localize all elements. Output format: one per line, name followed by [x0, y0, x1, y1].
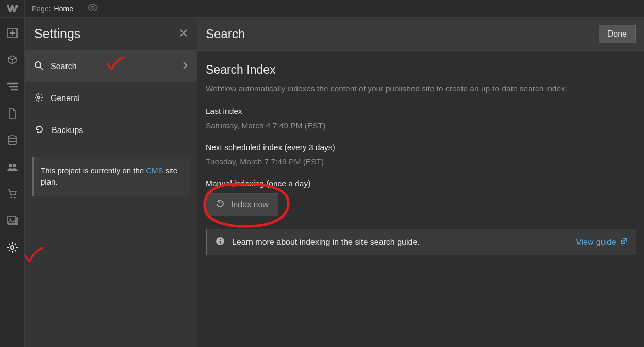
- svg-rect-8: [8, 217, 16, 224]
- webflow-logo[interactable]: [0, 0, 25, 18]
- preview-icon[interactable]: [80, 4, 105, 13]
- search-icon: [34, 61, 43, 72]
- manual-index-label: Manual indexing (once a day): [206, 179, 636, 188]
- ecommerce-icon[interactable]: [6, 188, 19, 200]
- pages-icon[interactable]: [6, 107, 19, 120]
- nav-label: Backups: [52, 126, 83, 135]
- svg-point-11: [35, 62, 41, 68]
- index-now-label: Index now: [231, 200, 269, 209]
- settings-title: Settings: [34, 26, 80, 41]
- symbols-icon[interactable]: [6, 54, 19, 66]
- plan-link[interactable]: CMS: [146, 166, 163, 175]
- next-index-label: Next scheduled index (every 3 days): [206, 143, 636, 152]
- main-title: Search: [206, 27, 245, 41]
- refresh-icon: [216, 199, 225, 210]
- backup-icon: [34, 125, 44, 136]
- svg-point-0: [91, 6, 94, 9]
- external-link-icon: [620, 238, 628, 247]
- guide-text: Learn more about indexing in the site se…: [232, 238, 420, 247]
- svg-point-12: [38, 96, 40, 98]
- index-now-button[interactable]: Index now: [206, 193, 278, 216]
- svg-point-5: [10, 196, 12, 198]
- last-index-value: Saturday, March 4 7:49 PM (EST): [206, 121, 636, 130]
- page-label: Page:: [32, 5, 51, 13]
- page-selector[interactable]: Page: Home: [25, 5, 80, 13]
- close-icon[interactable]: [179, 28, 188, 40]
- info-icon: [216, 237, 225, 248]
- section-description: Webflow automatically indexes the conten…: [206, 84, 636, 93]
- section-title: Search Index: [206, 63, 636, 77]
- svg-point-10: [11, 246, 14, 249]
- nav-label: Search: [51, 62, 77, 71]
- plan-info-box: This project is currently on the CMS sit…: [32, 157, 190, 196]
- done-button[interactable]: Done: [599, 25, 636, 43]
- svg-point-2: [8, 136, 16, 139]
- nav-label: General: [51, 94, 80, 103]
- chevron-right-icon: [183, 62, 188, 71]
- svg-point-3: [8, 164, 11, 167]
- gear-icon: [34, 93, 43, 104]
- users-icon[interactable]: [6, 161, 19, 173]
- svg-point-6: [14, 196, 15, 198]
- svg-point-4: [12, 164, 15, 167]
- svg-rect-14: [220, 241, 221, 244]
- add-icon[interactable]: [6, 27, 19, 39]
- last-index-label: Last index: [206, 107, 636, 116]
- cms-icon[interactable]: [6, 134, 19, 146]
- assets-icon[interactable]: [6, 214, 19, 227]
- settings-icon[interactable]: [6, 241, 19, 254]
- settings-nav-search[interactable]: Search: [25, 51, 197, 82]
- view-guide-link[interactable]: View guide: [576, 238, 628, 247]
- next-index-value: Tuesday, March 7 7:49 PM (EST): [206, 157, 636, 167]
- page-name: Home: [54, 5, 73, 13]
- svg-rect-15: [220, 239, 221, 240]
- settings-nav-general[interactable]: General: [25, 82, 197, 114]
- settings-nav-backups[interactable]: Backups: [25, 114, 197, 146]
- svg-point-9: [9, 219, 11, 220]
- navigator-icon[interactable]: [6, 80, 19, 93]
